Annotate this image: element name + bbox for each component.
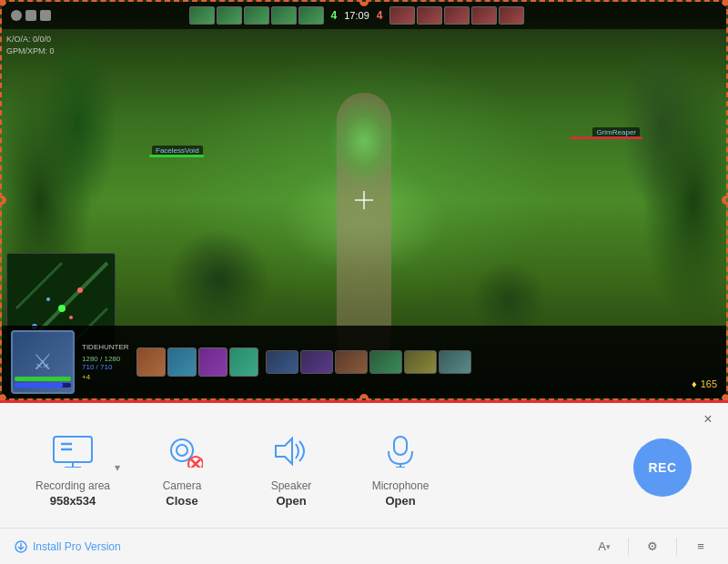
game-stats: K/O/A: 0/0/0 GPM/XPM: 0: [6, 34, 55, 56]
hero-6: [389, 6, 415, 25]
install-pro-label: Install Pro Version: [33, 540, 121, 553]
camera-control[interactable]: Camera Close: [127, 421, 237, 515]
item-slot-4: [369, 350, 402, 374]
close-button[interactable]: ×: [699, 410, 717, 428]
rec-button[interactable]: REC: [633, 438, 692, 497]
hero-stats-panel: TIDEHUNTER 1280 / 1280 710 / 710 +4: [82, 343, 129, 381]
camera-svg-icon: [161, 435, 203, 468]
recording-area-icon: [50, 428, 96, 474]
item-slot-2: [300, 350, 333, 374]
download-icon: [15, 540, 27, 553]
stat-koa: K/O/A: 0/0/0: [6, 34, 55, 45]
score-dire: 4: [377, 9, 383, 22]
hero-8: [444, 6, 470, 25]
gold-amount: 165: [701, 378, 717, 389]
recording-area-dropdown-arrow[interactable]: ▾: [115, 461, 120, 474]
recording-area-label: Recording area: [35, 479, 110, 494]
microphone-label: Microphone: [372, 479, 430, 494]
menu-button[interactable]: ≡: [688, 534, 713, 559]
system-icon-1: [11, 10, 22, 21]
svg-point-4: [58, 305, 66, 312]
controls-row: Recording area 958x534 ▾ Camera Close: [0, 403, 728, 515]
hero-7: [417, 6, 442, 25]
svg-point-8: [69, 316, 73, 319]
magic-effect: [328, 96, 400, 186]
hero-10: [499, 6, 524, 25]
hero-2: [217, 6, 242, 25]
camera-icon: [159, 428, 205, 474]
system-icon-3: [40, 10, 51, 21]
char-hp-bar: [149, 155, 204, 157]
recording-area-control[interactable]: Recording area 958x534 ▾: [18, 421, 127, 515]
item-slot-5: [404, 350, 437, 374]
radiant-heroes: [189, 6, 324, 25]
toolbar-divider-2: [676, 538, 677, 556]
stat-gpm: GPM/XPM: 0: [6, 45, 55, 57]
microphone-control[interactable]: Microphone Open: [346, 421, 455, 515]
settings-button[interactable]: ⚙: [640, 534, 665, 559]
items-bar: [266, 350, 471, 374]
speaker-icon: [268, 428, 314, 474]
svg-point-6: [77, 287, 83, 293]
item-slot-1: [266, 350, 298, 374]
hero-9: [471, 6, 497, 25]
item-slot-6: [439, 350, 471, 374]
mic-svg-icon: [379, 435, 421, 468]
ability-3: [198, 347, 228, 377]
microphone-icon: [378, 428, 423, 474]
svg-point-18: [188, 457, 203, 468]
hero-4: [271, 6, 297, 25]
char-hp-bar-grim: [570, 136, 642, 139]
corner-handle-bl[interactable]: [0, 394, 6, 400]
ability-1: [136, 347, 166, 377]
speaker-value: Open: [276, 494, 306, 508]
score-radiant: 4: [331, 9, 338, 22]
game-hud-center: 4 17:09 4: [189, 6, 525, 25]
toolbar-divider-1: [628, 538, 629, 556]
control-panel: × Recording area 958x534 ▾: [0, 400, 728, 564]
game-crosshair: [355, 191, 373, 209]
bottom-bar: Install Pro Version A ▾ ⚙ ≡: [0, 528, 728, 564]
game-timer: 17:09: [344, 10, 369, 21]
speaker-label: Speaker: [271, 479, 312, 494]
system-icon-2: [25, 10, 36, 21]
bottom-bar-right: A ▾ ⚙ ≡: [592, 534, 713, 559]
svg-marker-19: [276, 438, 292, 464]
camera-value: Close: [166, 494, 197, 508]
svg-point-14: [171, 439, 193, 461]
menu-icon: ≡: [697, 539, 704, 553]
svg-rect-9: [54, 437, 92, 462]
speaker-control[interactable]: Speaker Open: [237, 421, 346, 515]
corner-handle-tr[interactable]: [722, 0, 728, 6]
svg-point-15: [177, 445, 187, 456]
camera-label: Camera: [163, 479, 202, 494]
gold-display: ♦ 165: [692, 378, 717, 389]
gear-icon: ⚙: [647, 539, 658, 553]
hero-1: [189, 6, 215, 25]
svg-point-7: [46, 297, 50, 301]
ability-2: [167, 347, 197, 377]
ability-4: [229, 347, 258, 377]
install-pro-link[interactable]: Install Pro Version: [15, 540, 121, 553]
abilities-bar: [136, 347, 258, 377]
hero-5: [298, 6, 324, 25]
svg-rect-20: [394, 437, 407, 455]
system-icons: [11, 10, 51, 21]
speaker-svg-icon: [270, 435, 312, 468]
microphone-value: Open: [385, 494, 415, 508]
hero-face-panel: ⚔: [11, 330, 75, 394]
hero-3: [244, 6, 269, 25]
corner-handle-mr[interactable]: [722, 196, 728, 205]
corner-handle-bm[interactable]: [359, 394, 369, 400]
item-slot-3: [335, 350, 368, 374]
corner-handle-br[interactable]: [722, 394, 728, 400]
recording-area-value: 958x534: [50, 494, 96, 508]
monitor-icon: [52, 435, 94, 468]
dire-heroes: [389, 6, 524, 25]
game-area: 4 17:09 4 K/O/A: 0/0/0 GPM/XPM: 0 Facele…: [0, 0, 728, 400]
text-style-button[interactable]: A ▾: [592, 534, 617, 559]
game-bottom-hud: ⚔ TIDEHUNTER 1280 / 1280 710 / 710 +4: [2, 326, 726, 398]
